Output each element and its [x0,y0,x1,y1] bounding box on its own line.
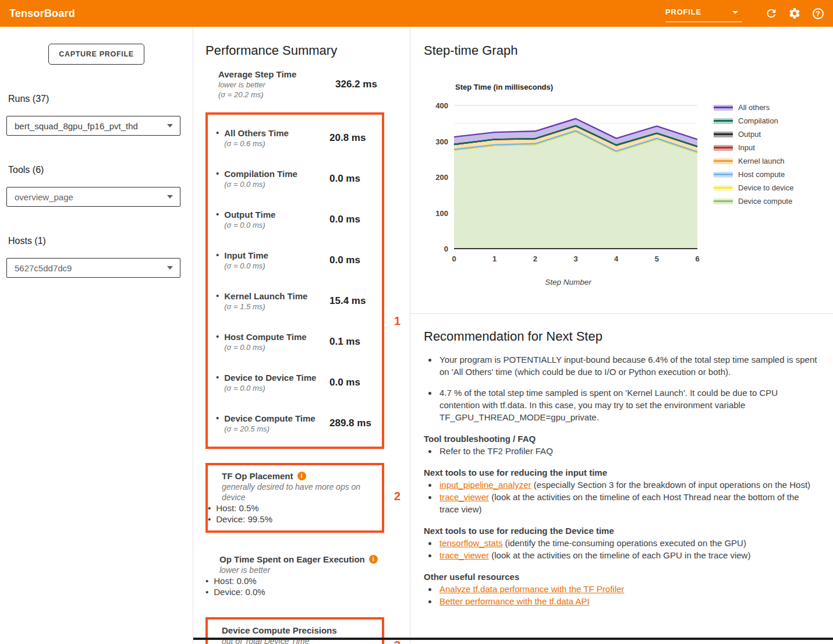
metric-value: 0.0 ms [329,377,378,388]
list-item: tensorflow_stats (identify the time-cons… [438,537,819,549]
device-compute-precisions-title: Device Compute Precisions [222,625,337,636]
breakdown-row: Kernel Launch Time (σ = 1.5 ms) 15.4 ms [216,291,378,312]
svg-text:0: 0 [452,254,456,263]
breakdown-row: Compilation Time (σ = 0.0 ms) 0.0 ms [216,168,378,189]
metric-value: 0.0 ms [329,214,378,225]
svg-text:4: 4 [614,254,619,263]
legend-swatch [714,118,733,124]
legend-item-all-others: All others [714,103,793,112]
settings-gear-icon[interactable] [788,6,802,20]
legend-label: All others [738,103,770,112]
chevron-down-icon [167,124,173,128]
tools-selector-group: Tools (6) overview_page [0,165,193,207]
metric-label: All Others Time [224,128,329,139]
legend-item-device-compute: Device compute [714,197,793,206]
legend-swatch [714,172,733,178]
device-time-tools-section: Next tools to use for reducing the Devic… [424,525,819,561]
input-pipeline-analyzer-link[interactable]: input_pipeline_analyzer [439,480,531,490]
metric-sigma: (σ = 0.6 ms) [224,139,329,148]
metric-label: Output Time [224,209,329,220]
metric-label: Average Step Time [218,69,335,80]
list-item: Device: 99.5% [208,514,376,525]
tensorflow-stats-link[interactable]: tensorflow_stats [439,538,502,548]
right-panel: Step-time Graph Step Time (in millisecon… [410,27,833,644]
legend-label: Device compute [738,197,792,206]
svg-text:2: 2 [533,254,537,263]
tools-select-value: overview_page [15,192,73,202]
legend-swatch [714,105,733,111]
chevron-down-icon [167,266,173,270]
metric-note: lower is better [218,80,335,90]
info-icon[interactable] [297,472,306,480]
recommendation-section: Recommendation for Next Step Your progra… [410,313,833,607]
legend-label: Compilation [738,116,778,125]
trace-viewer-link[interactable]: trace_viewer [439,550,489,560]
legend-item-device-to-device: Device to device [714,183,793,192]
annotation-box-3-wrap: Device Compute Precisions out of Total D… [205,617,384,644]
info-icon[interactable] [369,555,378,564]
metric-sigma: (σ = 0.0 ms) [224,383,329,393]
list-item-text: (identify the time-consuming operations … [502,538,746,548]
help-icon[interactable]: ? [811,6,825,20]
list-item-text: (look at the activities on the timeline … [439,492,799,514]
metric-sigma: (σ = 20.5 ms) [224,424,329,434]
runs-select[interactable]: bert_squad_8gpu_fp16_pvt_thd [6,116,180,136]
breakdown-row: Host Compute Time (σ = 0.0 ms) 0.1 ms [216,331,378,352]
runs-select-value: bert_squad_8gpu_fp16_pvt_thd [15,121,138,131]
metric-value: 15.4 ms [329,295,378,307]
runs-selector-group: Runs (37) bert_squad_8gpu_fp16_pvt_thd [0,94,193,136]
dashboard-select[interactable]: PROFILE [665,5,742,22]
breakdown-row: Device Compute Time (σ = 20.5 ms) 289.8 … [216,413,378,434]
tf-op-placement-note: generally desired to have more ops on de… [222,482,376,503]
metric-label: Compilation Time [224,168,329,179]
hosts-selector-group: Hosts (1) 5627c5dd7dc9 [0,236,193,278]
next-section-divider [193,638,833,640]
tfdata-api-guide-link[interactable]: Better performance with the tf.data API [439,596,590,606]
hosts-select[interactable]: 5627c5dd7dc9 [6,258,180,278]
legend-label: Output [738,130,761,139]
metric-label: Input Time [224,250,329,261]
chart-x-axis-label: Step Number [428,278,708,286]
tf-op-placement-title: TF Op Placement [222,470,293,482]
legend-label: Kernel launch [738,157,785,165]
trace-viewer-link[interactable]: trace_viewer [439,492,489,502]
legend-swatch [714,185,733,191]
legend-swatch [714,158,733,164]
legend-item-input: Input [714,143,793,152]
annotation-number-2: 2 [394,490,400,503]
list-item: trace_viewer (look at the activities on … [438,549,819,561]
metric-sigma: (σ = 1.5 ms) [224,302,329,312]
recommendation-bullet: Your program is POTENTIALLY input-bound … [438,353,819,378]
rec-subheading: Next tools to use for reducing the Devic… [424,525,819,537]
svg-text:200: 200 [435,173,448,182]
metric-value: 0.0 ms [329,254,378,266]
app-title: TensorBoard [9,8,75,20]
step-time-breakdown-box: All Others Time (σ = 0.6 ms) 20.8 ms Com… [205,112,384,449]
refresh-icon[interactable] [764,6,778,20]
annotation-number-1: 1 [394,314,400,328]
list-item: trace_viewer (look at the activities on … [438,491,819,515]
capture-profile-button[interactable]: CAPTURE PROFILE [48,44,144,65]
eager-execution-title: Op Time Spent on Eager Execution [219,554,365,565]
legend-item-kernel-launch: Kernel launch [714,157,793,165]
rec-subheading: Next tools to use for reducing the input… [424,467,819,479]
average-step-time-row: Average Step Time lower is better (σ = 2… [205,69,384,100]
eager-execution-section: Op Time Spent on Eager Execution lower i… [205,554,384,597]
rec-subheading: Tool troubleshooting / FAQ [424,433,819,445]
recommendation-bullet: 4.7 % of the total step time sampled is … [438,387,819,423]
other-resources-section: Other useful resources Analyze tf.data p… [424,571,819,607]
metric-sigma: (σ = 0.0 ms) [224,342,329,352]
recommendation-title: Recommendation for Next Step [424,329,819,344]
tf-op-placement-box: TF Op Placement generally desired to hav… [205,463,384,533]
tfdata-profiler-guide-link[interactable]: Analyze tf.data performance with the TF … [439,584,624,594]
metric-value: 0.0 ms [329,173,378,185]
performance-summary-title: Performance Summary [205,43,410,58]
step-time-chart-plot[interactable]: 01002003004000123456 [428,97,708,272]
svg-text:400: 400 [435,101,448,110]
metric-sigma: (σ = 0.0 ms) [224,261,329,271]
eager-execution-note: lower is better [219,565,384,575]
metric-value: 326.2 ms [335,79,384,90]
performance-summary-panel: Performance Summary Average Step Time lo… [193,27,410,644]
legend-label: Host compute [738,170,785,179]
tools-select[interactable]: overview_page [6,187,180,207]
